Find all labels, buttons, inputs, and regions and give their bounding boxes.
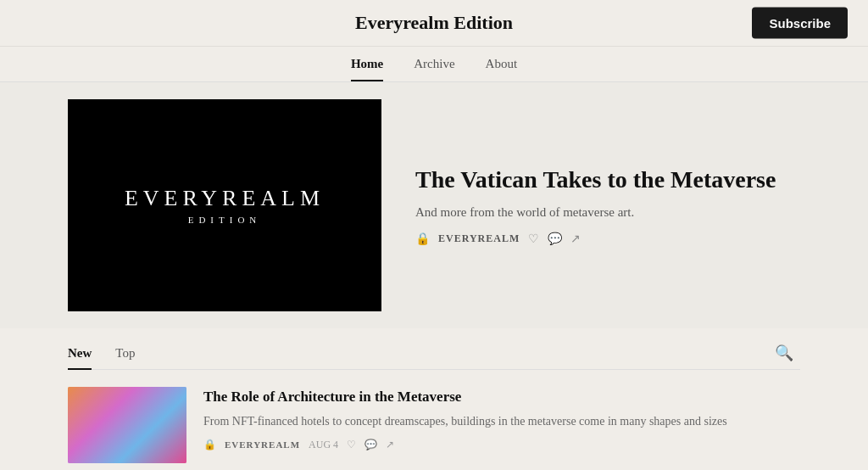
featured-meta: 🔒 EVERYREALM ♡ 💬 ↗ [415, 232, 800, 246]
thumbnail-image [68, 387, 186, 463]
share-icon[interactable]: ↗ [386, 439, 394, 451]
featured-content: The Vatican Takes to the Metaverse And m… [415, 165, 800, 246]
comment-icon[interactable]: 💬 [548, 232, 562, 246]
comment-icon[interactable]: 💬 [364, 439, 377, 451]
post-author: EVERYREALM [225, 439, 300, 450]
subscribe-button[interactable]: Subscribe [752, 8, 848, 39]
nav-item-archive[interactable]: Archive [414, 57, 454, 81]
nav-item-about[interactable]: About [486, 57, 518, 81]
post-title[interactable]: The Role of Architecture in the Metavers… [203, 387, 800, 407]
search-icon: 🔍 [775, 344, 793, 361]
tab-top[interactable]: Top [115, 338, 135, 369]
heart-icon[interactable]: ♡ [528, 232, 539, 246]
header: Everyrealm Edition Subscribe [0, 0, 868, 47]
featured-author: EVERYREALM [438, 232, 520, 245]
nav-item-home[interactable]: Home [351, 57, 383, 81]
main-nav: Home Archive About [0, 47, 868, 82]
featured-subtitle: And more from the world of metaverse art… [415, 205, 800, 220]
featured-title[interactable]: The Vatican Takes to the Metaverse [415, 165, 800, 195]
tabs-row: New Top 🔍 [68, 328, 800, 370]
share-icon[interactable]: ↗ [570, 232, 581, 246]
heart-icon[interactable]: ♡ [347, 439, 356, 451]
lock-icon: 🔒 [203, 439, 216, 451]
posts-section: New Top 🔍 The Role of Architecture in th… [0, 328, 868, 470]
list-item: The Role of Architecture in the Metavers… [68, 370, 800, 470]
featured-section: EVERYREALM EDITION The Vatican Takes to … [0, 82, 868, 328]
post-meta: 🔒 EVERYREALM AUG 4 ♡ 💬 ↗ [203, 439, 800, 451]
lock-icon: 🔒 [415, 232, 430, 246]
post-date: AUG 4 [309, 439, 338, 451]
post-body: The Role of Architecture in the Metavers… [203, 387, 800, 451]
site-title: Everyrealm Edition [355, 12, 513, 34]
tab-new[interactable]: New [68, 338, 92, 369]
search-button[interactable]: 🔍 [768, 337, 800, 369]
post-thumbnail[interactable] [68, 387, 186, 463]
featured-image[interactable]: EVERYREALM EDITION [68, 99, 381, 311]
post-description: From NFT-financed hotels to concept drea… [203, 412, 800, 430]
featured-logo: EVERYREALM EDITION [125, 186, 325, 225]
